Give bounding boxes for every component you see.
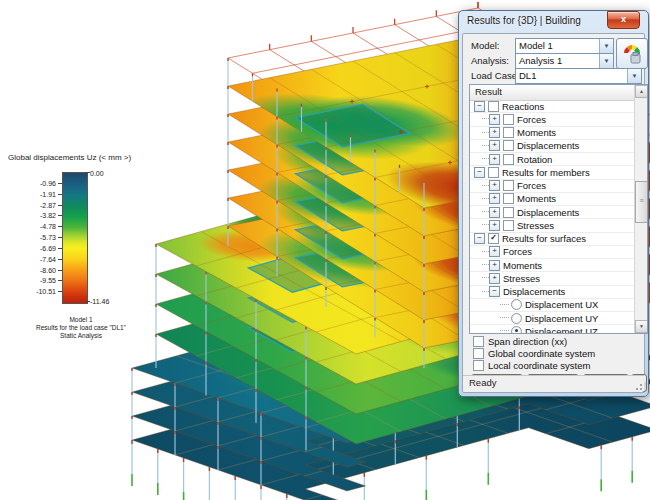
tree-item-label: Results for surfaces: [502, 233, 586, 244]
global-cs-checkbox-row[interactable]: Global coordinate system: [473, 348, 595, 359]
legend-edge-tick: [86, 172, 90, 173]
chevron-down-icon[interactable]: ▼: [599, 39, 613, 53]
span-direction-checkbox[interactable]: [473, 336, 484, 347]
result-tree-header: Result: [470, 85, 647, 101]
expand-icon[interactable]: +: [489, 207, 500, 218]
tree-item-displacements[interactable]: +Displacements: [470, 140, 635, 153]
tree-connector: [482, 132, 489, 134]
tree-radio[interactable]: [511, 313, 522, 324]
global-cs-checkbox[interactable]: [473, 348, 484, 359]
tree-item-stresses[interactable]: +Stresses: [470, 219, 635, 232]
tree-item-label: Displacement UX: [525, 299, 598, 310]
tree-checkbox[interactable]: [488, 101, 499, 112]
tree-item-label: Results for members: [502, 167, 590, 178]
tree-item-displacements[interactable]: +Displacements: [470, 206, 635, 219]
scroll-down-icon[interactable]: ▼: [635, 320, 648, 333]
legend-tick-mark: [58, 194, 62, 195]
dialog-body: Model: Model 1 ▼ Analysis: Analysis 1 ▼: [462, 33, 645, 393]
expand-icon[interactable]: +: [489, 114, 500, 125]
tree-item-label: Forces: [517, 180, 546, 191]
tree-checkbox[interactable]: [503, 140, 514, 151]
local-cs-checkbox-row[interactable]: Local coordinate system: [473, 360, 590, 371]
tree-item-results-for-members[interactable]: −Results for members: [470, 166, 635, 179]
legend-edge-tick: [86, 301, 90, 302]
load-case-select[interactable]: DL1 ▼: [515, 68, 642, 84]
tree-checkbox[interactable]: [488, 167, 499, 178]
tree-item-moments[interactable]: +Moments: [470, 259, 635, 272]
tree-item-rotation[interactable]: +Rotation: [470, 153, 635, 166]
analysis-label: Analysis:: [471, 55, 509, 66]
legend-tick-label: -7.64: [12, 256, 56, 263]
expand-icon[interactable]: +: [489, 127, 500, 138]
tree-radio[interactable]: [511, 326, 522, 334]
tree-item-label: Rotation: [517, 154, 552, 165]
scroll-up-icon[interactable]: ▲: [635, 85, 648, 98]
legend-tick-label: -3.82: [12, 212, 56, 219]
model-select[interactable]: Model 1 ▼: [515, 38, 614, 54]
tree-checkbox[interactable]: ✓: [488, 233, 499, 244]
tree-item-results-for-surfaces[interactable]: −✓Results for surfaces: [470, 233, 635, 246]
expand-icon[interactable]: +: [489, 193, 500, 204]
tree-scrollbar[interactable]: ▲ ▼: [634, 85, 647, 333]
tree-checkbox[interactable]: [503, 193, 514, 204]
tree-radio[interactable]: [511, 299, 522, 310]
tree-item-forces[interactable]: +Forces: [470, 180, 635, 193]
legend-tick-mark: [58, 183, 62, 184]
result-tree: Result −Reactions+Forces+Moments+Displac…: [469, 84, 648, 334]
legend-tick-mark: [58, 270, 62, 271]
tree-item-stresses[interactable]: +Stresses: [470, 272, 635, 285]
local-cs-checkbox[interactable]: [473, 360, 484, 371]
load-case-label: Load Case:: [471, 70, 520, 81]
tree-checkbox[interactable]: [503, 114, 514, 125]
tree-item-forces[interactable]: +Forces: [470, 113, 635, 126]
tree-item-reactions[interactable]: −Reactions: [470, 100, 635, 113]
result-tree-rows: −Reactions+Forces+Moments+Displacements+…: [470, 100, 635, 333]
chevron-down-icon[interactable]: ▼: [599, 54, 613, 68]
load-case-value: DL1: [516, 69, 627, 83]
tree-item-label: Stresses: [503, 273, 540, 284]
scrollbar-thumb[interactable]: [635, 181, 648, 223]
legend-max-value: 0.00: [90, 170, 104, 177]
tree-item-label: Displacement UZ: [525, 326, 598, 334]
tree-checkbox[interactable]: [503, 154, 514, 165]
tree-connector: [482, 158, 489, 160]
tree-checkbox[interactable]: [503, 207, 514, 218]
tree-item-displacement-ux[interactable]: Displacement UX: [470, 299, 635, 312]
expand-icon[interactable]: +: [489, 260, 500, 271]
legend-tick-mark: [58, 280, 62, 281]
expand-icon[interactable]: +: [489, 180, 500, 191]
tree-item-displacement-uz[interactable]: Displacement UZ: [470, 325, 635, 334]
collapse-icon[interactable]: −: [489, 286, 500, 297]
span-direction-checkbox-row[interactable]: Span direction (xx): [473, 336, 567, 347]
tree-item-displacements[interactable]: −Displacements: [470, 286, 635, 299]
model-label: Model:: [471, 40, 500, 51]
expand-icon[interactable]: +: [489, 140, 500, 151]
tree-item-forces[interactable]: +Forces: [470, 246, 635, 259]
tree-item-label: Stresses: [517, 220, 554, 231]
chevron-down-icon[interactable]: ▼: [627, 69, 641, 83]
close-icon[interactable]: x: [607, 11, 640, 29]
expand-icon[interactable]: +: [489, 220, 500, 231]
tree-checkbox[interactable]: [503, 180, 514, 191]
legend-tick-label: -2.87: [12, 202, 56, 209]
collapse-icon[interactable]: −: [474, 101, 485, 112]
tree-item-moments[interactable]: +Moments: [470, 193, 635, 206]
color-scale-button[interactable]: [616, 38, 648, 69]
legend-tick-mark: [58, 205, 62, 206]
collapse-icon[interactable]: −: [474, 233, 485, 244]
expand-icon[interactable]: +: [489, 273, 500, 284]
tree-item-label: Moments: [517, 127, 556, 138]
tree-item-label: Reactions: [502, 101, 544, 112]
tree-checkbox[interactable]: [503, 220, 514, 231]
resize-grip[interactable]: [634, 382, 642, 390]
expand-icon[interactable]: +: [489, 246, 500, 257]
analysis-select[interactable]: Analysis 1 ▼: [515, 53, 614, 69]
tree-item-moments[interactable]: +Moments: [470, 127, 635, 140]
collapse-icon[interactable]: −: [474, 167, 485, 178]
tree-connector: [500, 304, 509, 306]
legend-tick-mark: [58, 291, 62, 292]
expand-icon[interactable]: +: [489, 154, 500, 165]
status-bar: Ready: [463, 375, 644, 392]
tree-item-displacement-uy[interactable]: Displacement UY: [470, 312, 635, 325]
tree-checkbox[interactable]: [503, 127, 514, 138]
